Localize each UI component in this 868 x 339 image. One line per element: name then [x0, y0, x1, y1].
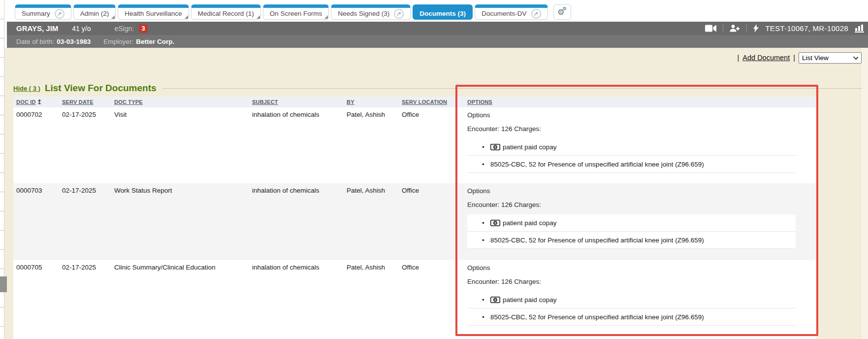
add-document-link[interactable]: Add Document [742, 54, 790, 62]
document-toolbar: | Add Document | List View [738, 51, 862, 64]
table-row[interactable]: 0000705 02-17-2025 Clinic Summary/Clinic… [13, 260, 816, 339]
view-select-wrap: List View [799, 52, 862, 64]
cell-by: Patel, Ashish [344, 183, 399, 194]
svg-text:0: 0 [494, 221, 496, 225]
patient-header-actions: TEST-10067, MR-10028 [705, 24, 864, 33]
bar-chart-icon[interactable] [855, 24, 864, 33]
list-item: 85025-CBC, 52 for Presence of unspecifie… [467, 308, 796, 326]
column-header-serv-date[interactable]: SERV DATE [59, 99, 111, 105]
charge-text: patient paid copay [503, 296, 557, 304]
esign-label: eSign: [114, 25, 134, 33]
tab-settings-button[interactable]: ⚙ ⚙ [553, 4, 571, 20]
options-label[interactable]: Options [467, 186, 796, 196]
patient-subheader-bar: Date of birth: 03-03-1983 Employer: Bett… [7, 35, 868, 48]
tab-bar: Summary ↗ Admin (2) Health Surveillance … [0, 0, 868, 22]
patient-header-bar: GRAYS, JIM 41 y/o eSign: 3 TEST-10067, M… [7, 22, 868, 35]
list-view-header: Hide ( 3 ) List View For Documents [13, 82, 862, 95]
column-header-options[interactable]: OPTIONS [464, 99, 816, 105]
cell-subject: inhalation of chemicals [249, 107, 344, 118]
cell-serv-date: 02-17-2025 [59, 107, 111, 118]
dob-label: Date of birth: [16, 38, 54, 45]
cell-by: Patel, Ashish [344, 107, 399, 118]
cell-serv-location: Office [399, 260, 464, 271]
patient-name: GRAYS, JIM [16, 24, 58, 33]
tab-health-surveillance[interactable]: Health Surveillance [118, 4, 189, 20]
column-header-doc-type[interactable]: DOC TYPE [111, 99, 249, 105]
esign-count-badge[interactable]: 3 [139, 24, 148, 33]
tab-needs-signed-label: Needs Signed (3) [338, 10, 389, 17]
svg-text:0: 0 [494, 298, 496, 302]
charge-text: 85025-CBC, 52 for Presence of unspecifie… [490, 313, 704, 321]
view-mode-select[interactable]: List View [799, 52, 862, 64]
charges-list: 0patient paid copay 85025-CBC, 52 for Pr… [467, 138, 796, 173]
tab-admin[interactable]: Admin (2) [73, 4, 116, 20]
cell-options: Options Encounter: 126 Charges: 0patient… [464, 107, 816, 173]
money-bill-icon: 0 [490, 220, 500, 226]
charge-text: patient paid copay [503, 219, 557, 227]
list-item: 0patient paid copay [467, 291, 796, 308]
tab-strip: Summary ↗ Admin (2) Health Surveillance … [15, 4, 571, 20]
tab-admin-label: Admin (2) [80, 10, 109, 17]
documents-table: DOC ID↥ SERV DATE DOC TYPE SUBJECT BY SE… [13, 97, 816, 339]
options-label[interactable]: Options [467, 110, 796, 120]
charges-list: 0patient paid copay 85025-CBC, 52 for Pr… [467, 214, 796, 249]
cell-doc-type: Work Status Report [111, 183, 249, 194]
cell-doc-type: Visit [111, 107, 249, 118]
charges-list: 0patient paid copay 85025-CBC, 52 for Pr… [467, 291, 796, 326]
sort-asc-icon: ↥ [37, 99, 42, 105]
tab-documents-label: Documents (3) [419, 10, 466, 17]
hide-link[interactable]: Hide ( 3 ) [13, 85, 40, 92]
cell-by: Patel, Ashish [344, 260, 399, 271]
charge-text: patient paid copay [503, 143, 557, 151]
cell-doc-id: 0000705 [13, 260, 59, 271]
table-row[interactable]: 0000703 02-17-2025 Work Status Report in… [13, 183, 816, 260]
cell-doc-id: 0000703 [13, 183, 59, 194]
tab-needs-signed[interactable]: Needs Signed (3) ↗ [331, 4, 411, 20]
cell-serv-location: Office [399, 107, 464, 118]
column-header-subject[interactable]: SUBJECT [249, 99, 344, 105]
svg-text:0: 0 [494, 145, 496, 149]
tab-on-screen-forms[interactable]: On Screen Forms [263, 4, 329, 20]
tab-documents-dv[interactable]: Documents-DV ↗ [475, 4, 548, 20]
list-item: 85025-CBC, 52 for Presence of unspecifie… [467, 156, 796, 173]
money-bill-icon: 0 [490, 144, 500, 150]
cell-serv-date: 02-17-2025 [59, 183, 111, 194]
tab-medical-record-label: Medical Record (1) [198, 10, 254, 17]
lightning-bolt-icon[interactable] [753, 24, 759, 33]
tab-health-surveillance-label: Health Surveillance [125, 10, 182, 17]
tab-on-screen-forms-label: On Screen Forms [270, 10, 322, 17]
tab-medical-record[interactable]: Medical Record (1) [191, 4, 261, 20]
tab-summary[interactable]: Summary ↗ [15, 4, 71, 20]
cell-doc-id: 0000702 [13, 107, 59, 118]
divider [723, 25, 723, 33]
encounter-charges-text: Encounter: 126 Charges: [467, 277, 796, 287]
tab-summary-label: Summary [22, 10, 50, 17]
money-bill-icon: 0 [490, 297, 500, 303]
popout-icon[interactable]: ↗ [394, 9, 404, 19]
tab-documents[interactable]: Documents (3) [413, 4, 473, 20]
employer-value: Better Corp. [136, 38, 174, 45]
list-item: 0patient paid copay [467, 138, 796, 156]
charge-text: 85025-CBC, 52 for Presence of unspecifie… [490, 161, 704, 168]
column-header-serv-location[interactable]: SERV LOCATION [399, 99, 464, 105]
pipe-separator: | [738, 54, 739, 62]
popout-icon[interactable]: ↗ [531, 9, 541, 19]
cell-doc-type: Clinic Summary/Clinical Education [111, 260, 249, 271]
cell-subject: inhalation of chemicals [249, 260, 344, 271]
charge-text: 85025-CBC, 52 for Presence of unspecifie… [490, 237, 704, 244]
column-header-doc-id[interactable]: DOC ID↥ [13, 99, 59, 105]
patient-identifiers: TEST-10067, MR-10028 [765, 24, 848, 33]
video-camera-icon[interactable] [705, 25, 716, 32]
column-header-by[interactable]: BY [344, 99, 399, 105]
cell-options: Options Encounter: 126 Charges: 0patient… [464, 260, 816, 326]
popout-icon[interactable]: ↗ [55, 9, 64, 19]
cell-serv-date: 02-17-2025 [59, 260, 111, 271]
list-item: 0patient paid copay [467, 214, 796, 232]
page-title: List View For Documents [45, 83, 157, 94]
add-person-icon[interactable] [730, 25, 740, 32]
table-row[interactable]: 0000702 02-17-2025 Visit inhalation of c… [13, 107, 816, 183]
dob-value: 03-03-1983 [57, 38, 91, 45]
options-label[interactable]: Options [467, 263, 796, 273]
patient-age: 41 y/o [72, 25, 91, 33]
left-scroll-thumb[interactable] [0, 276, 7, 292]
